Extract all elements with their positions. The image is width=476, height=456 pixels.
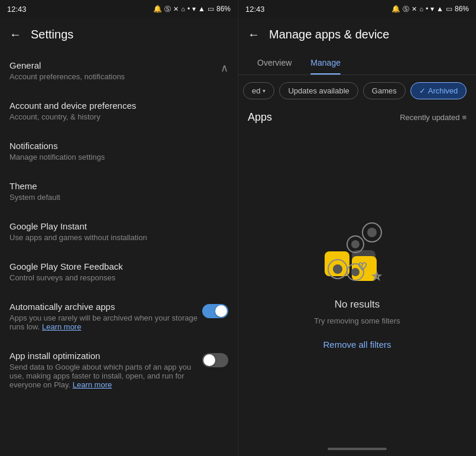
theme-title: Theme <box>9 181 228 191</box>
chip-installed[interactable]: ed ▾ <box>243 82 274 99</box>
bell-icon: 🔔 <box>153 5 162 13</box>
right-home-icon: ⌂ <box>419 5 423 12</box>
x-icon: ✕ <box>173 5 179 13</box>
wifi-icon: ▾ <box>192 5 196 13</box>
right-s-icon: Ⓢ <box>403 5 409 14</box>
signal-icon: ▲ <box>198 5 205 13</box>
settings-title: Settings <box>31 28 73 41</box>
optimization-toggle[interactable] <box>202 353 228 367</box>
chip-updates-label: Updates available <box>288 86 349 95</box>
archive-learn-more-link[interactable]: Learn more <box>42 322 81 331</box>
general-title: General <box>9 60 221 70</box>
manage-header: ← Manage apps & device <box>238 18 476 51</box>
apps-title: Apps <box>248 111 272 124</box>
optimization-learn-more-link[interactable]: Learn more <box>73 380 112 389</box>
battery-icon: ▭ <box>208 5 214 13</box>
archive-toggle[interactable] <box>202 304 228 318</box>
notifications-title: Notifications <box>9 141 228 151</box>
settings-item-notifications[interactable]: Notifications Manage notification settin… <box>9 131 228 172</box>
manage-tabs: Overview Manage <box>238 51 476 75</box>
right-wifi-icon: ▾ <box>430 5 434 13</box>
right-signal-icon: ▲ <box>436 5 443 13</box>
feedback-subtitle: Control surveys and responses <box>9 273 228 282</box>
remove-filters-button[interactable]: Remove all filters <box>313 335 400 354</box>
settings-panel: 12:43 🔔 Ⓢ ✕ ⌂ • ▾ ▲ ▭ 86% ← Settings Gen… <box>0 0 238 456</box>
settings-back-button[interactable]: ← <box>9 28 21 41</box>
chip-updates[interactable]: Updates available <box>279 82 358 99</box>
star-icon: ☆ <box>372 270 381 282</box>
archive-subtitle: Apps you use rarely will be archived whe… <box>9 313 202 331</box>
manage-title: Manage apps & device <box>269 28 389 41</box>
chip-archived[interactable]: ✓ Archived <box>410 82 467 99</box>
empty-state: ♡ ☆ No results Try removing some filters… <box>238 128 476 442</box>
apps-header: Apps Recently updated ≡ <box>238 106 476 128</box>
settings-item-archive[interactable]: Automatically archive apps Apps you use … <box>9 292 228 341</box>
empty-title: No results <box>335 299 380 311</box>
general-subtitle: Account preferences, notifications <box>9 72 221 81</box>
theme-subtitle: System default <box>9 193 228 202</box>
account-title: Account and device preferences <box>9 101 228 111</box>
account-subtitle: Account, country, & history <box>9 112 228 121</box>
chevron-up-icon: ∧ <box>221 62 228 75</box>
settings-item-optimization[interactable]: App install optimization Send data to Go… <box>9 341 228 399</box>
settings-item-feedback[interactable]: Google Play Store Feedback Control surve… <box>9 252 228 292</box>
dot-icon: • <box>187 5 190 13</box>
left-status-icons: 🔔 Ⓢ ✕ ⌂ • ▾ ▲ ▭ 86% <box>153 5 231 14</box>
tab-overview[interactable]: Overview <box>248 51 301 75</box>
settings-item-general[interactable]: General Account preferences, notificatio… <box>9 51 228 91</box>
circle-bottom-mid-inner <box>351 268 360 276</box>
chip-archived-label: Archived <box>428 86 458 95</box>
right-x-icon: ✕ <box>412 5 417 13</box>
chip-installed-label: ed <box>252 86 260 95</box>
settings-header: ← Settings <box>0 18 238 51</box>
settings-item-account[interactable]: Account and device preferences Account, … <box>9 91 228 131</box>
settings-item-instant[interactable]: Google Play Instant Use apps and games w… <box>9 212 228 252</box>
settings-item-theme[interactable]: Theme System default <box>9 172 228 212</box>
archive-title: Automatically archive apps <box>9 302 202 312</box>
s-circle-icon: Ⓢ <box>164 5 171 14</box>
right-time: 12:43 <box>245 5 265 14</box>
notifications-subtitle: Manage notification settings <box>9 153 228 161</box>
empty-illustration: ♡ ☆ <box>319 216 396 287</box>
sort-icon: ≡ <box>462 113 467 122</box>
home-bar <box>328 448 387 450</box>
filter-chips: ed ▾ Updates available Games ✓ Archived <box>238 75 476 106</box>
circle-bottom-left-inner <box>333 264 342 274</box>
feedback-title: Google Play Store Feedback <box>9 261 228 271</box>
left-time: 12:43 <box>7 5 27 14</box>
left-status-bar: 12:43 🔔 Ⓢ ✕ ⌂ • ▾ ▲ ▭ 86% <box>0 0 238 18</box>
chip-archived-check: ✓ <box>419 86 426 95</box>
optimization-subtitle: Send data to Google about which parts of… <box>9 363 202 389</box>
right-status-icons: 🔔 Ⓢ ✕ ⌂ • ▾ ▲ ▭ 86% <box>391 5 469 14</box>
chip-installed-arrow: ▾ <box>263 88 265 94</box>
chip-games-label: Games <box>372 86 397 95</box>
right-battery-percent: 86% <box>455 5 469 13</box>
instant-title: Google Play Instant <box>9 221 228 231</box>
right-battery-icon: ▭ <box>446 5 452 13</box>
circle-mid-left-inner <box>351 240 360 248</box>
circle-top-right-inner <box>367 228 377 237</box>
chip-games[interactable]: Games <box>363 82 406 99</box>
manage-back-button[interactable]: ← <box>248 28 260 41</box>
tab-manage[interactable]: Manage <box>301 51 350 75</box>
empty-svg: ♡ ☆ <box>319 216 396 287</box>
home-icon: ⌂ <box>181 5 185 12</box>
battery-percent: 86% <box>216 5 231 13</box>
right-bell-icon: 🔔 <box>391 5 400 13</box>
optimization-title: App install optimization <box>9 351 202 361</box>
right-status-bar: 12:43 🔔 Ⓢ ✕ ⌂ • ▾ ▲ ▭ 86% <box>238 0 476 18</box>
sort-button[interactable]: Recently updated ≡ <box>400 113 467 122</box>
instant-subtitle: Use apps and games without installation <box>9 233 228 242</box>
home-indicator <box>238 442 476 456</box>
manage-apps-panel: 12:43 🔔 Ⓢ ✕ ⌂ • ▾ ▲ ▭ 86% ← Manage apps … <box>238 0 476 456</box>
settings-list: General Account preferences, notificatio… <box>0 51 238 456</box>
right-dot-icon: • <box>426 5 428 13</box>
empty-subtitle: Try removing some filters <box>314 316 400 325</box>
sort-label-text: Recently updated <box>400 113 459 122</box>
